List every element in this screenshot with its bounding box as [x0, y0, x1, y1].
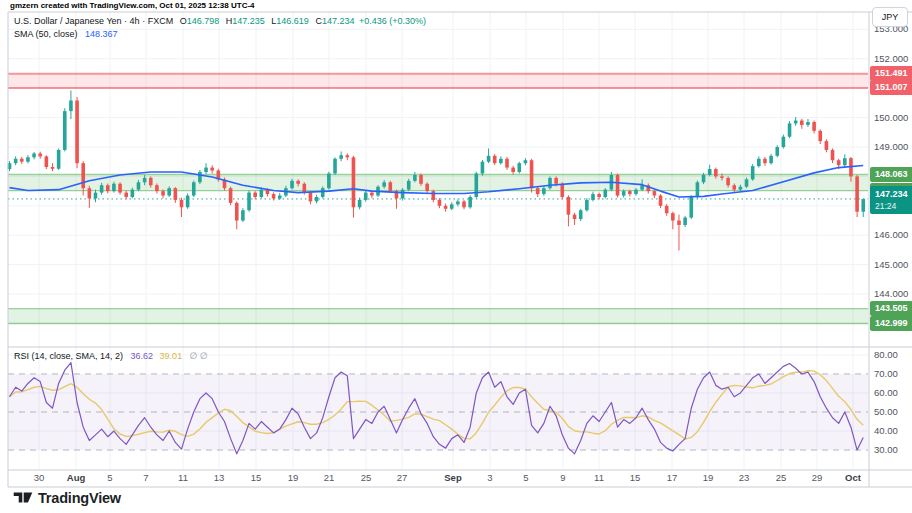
rsi-ma-value: 39.01	[160, 351, 183, 361]
candle-body	[573, 215, 577, 219]
candle-body	[118, 184, 122, 193]
candle-body	[358, 200, 362, 207]
time-axis-label: Sep	[444, 472, 461, 483]
candle-body	[327, 173, 331, 188]
candle-body	[585, 200, 589, 210]
candle-body	[309, 193, 313, 202]
candle-body	[481, 162, 485, 174]
candle-body	[677, 221, 681, 225]
candle-body	[143, 178, 147, 182]
time-axis-label: 3	[487, 472, 492, 483]
currency-axis-button[interactable]: JPY	[872, 7, 908, 27]
candle-body	[88, 188, 92, 198]
candle-body	[352, 157, 356, 207]
candle-body	[825, 141, 829, 150]
candle-body	[204, 168, 208, 172]
candle-body	[739, 187, 743, 190]
candle-body	[702, 175, 706, 182]
tradingview-logo-text: TradingView	[38, 490, 121, 506]
candle-body	[653, 191, 657, 195]
sma-value: 148.367	[85, 29, 118, 39]
candle-body	[831, 150, 835, 160]
candle-body	[634, 190, 638, 194]
candle-body	[382, 182, 386, 186]
candle-body	[278, 196, 282, 199]
rsi-axis-label: 80.00	[874, 349, 898, 360]
candle-body	[591, 194, 595, 200]
time-axis-label: 29	[812, 472, 823, 483]
candle-body	[726, 178, 730, 185]
rsi-axis-label: 70.00	[874, 368, 898, 379]
candle-body	[671, 213, 675, 220]
candle-body	[45, 156, 49, 167]
countdown-timer: 21:24	[875, 200, 912, 212]
time-axis-label: Aug	[67, 472, 85, 483]
candle-body	[708, 169, 712, 175]
attribution-text: gmzern created with TradingView.com, Oct…	[10, 1, 255, 10]
candle-body	[732, 185, 736, 189]
rsi-axis-label: 30.00	[874, 444, 898, 455]
price-level-badge: 151.491	[870, 66, 912, 81]
candle-body	[296, 181, 300, 184]
candle-body	[456, 201, 460, 204]
candle-body	[235, 203, 239, 221]
open-value: 146.798	[187, 16, 220, 26]
candle-body	[487, 156, 491, 162]
candle-body	[57, 150, 61, 169]
time-axis-label: 19	[703, 472, 714, 483]
sma-legend[interactable]: SMA (50, close) 148.367	[14, 29, 118, 39]
candle-body	[69, 101, 73, 112]
candle-body	[855, 176, 859, 211]
legend-separator: ·	[142, 16, 145, 26]
interval-label: 4h	[130, 16, 140, 26]
price-level-badge: 148.063	[870, 167, 912, 182]
candle-body	[419, 175, 423, 184]
candle-body	[524, 160, 528, 163]
price-level-badge: 142.999	[870, 316, 912, 331]
candle-body	[94, 193, 98, 199]
rsi-legend[interactable]: RSI (14, close, SMA, 14, 2) 36.62 39.01 …	[14, 351, 208, 361]
candle-body	[530, 160, 534, 188]
candle-body	[769, 156, 773, 163]
candle-body	[210, 168, 214, 171]
candle-body	[401, 190, 405, 199]
candle-body	[192, 182, 196, 195]
symbol-legend[interactable]: U.S. Dollar / Japanese Yen · 4h · FXCM O…	[14, 16, 426, 26]
candle-body	[622, 191, 626, 195]
time-axis-label: 27	[397, 472, 408, 483]
candle-body	[468, 197, 472, 207]
time-axis-label: 17	[667, 472, 678, 483]
price-level-badge: 143.505	[870, 301, 912, 316]
time-axis-label: 7	[143, 472, 148, 483]
time-axis-label: 13	[214, 472, 225, 483]
legend-separator: ·	[124, 16, 127, 26]
candle-body	[542, 188, 546, 194]
candle-body	[364, 193, 368, 200]
candle-body	[180, 200, 184, 207]
candle-body	[124, 193, 128, 197]
candle-body	[161, 191, 165, 195]
candle-body	[579, 210, 583, 219]
candle-body	[450, 204, 454, 208]
rsi-value: 36.62	[131, 351, 154, 361]
candle-body	[51, 167, 55, 169]
time-axis-label: 21	[324, 472, 335, 483]
candle-body	[603, 190, 607, 197]
candle-body	[431, 191, 435, 200]
candle-body	[843, 158, 847, 165]
rsi-label: RSI (14, close, SMA, 14, 2)	[14, 351, 123, 361]
price-axis-label: 146.000	[874, 229, 908, 240]
candle-body	[689, 197, 693, 218]
candle-body	[812, 122, 816, 131]
candle-body	[800, 121, 804, 125]
candle-body	[818, 131, 822, 141]
exchange-label: FXCM	[148, 16, 174, 26]
candle-body	[321, 188, 325, 197]
tradingview-logo-icon	[13, 489, 33, 506]
candle-body	[155, 185, 159, 191]
change-value: +0.436 (+0.30%)	[359, 16, 426, 26]
close-value: 147.234	[322, 16, 355, 26]
candle-body	[253, 193, 257, 197]
tradingview-logo[interactable]: TradingView	[13, 489, 121, 506]
chart-canvas[interactable]	[0, 0, 912, 513]
